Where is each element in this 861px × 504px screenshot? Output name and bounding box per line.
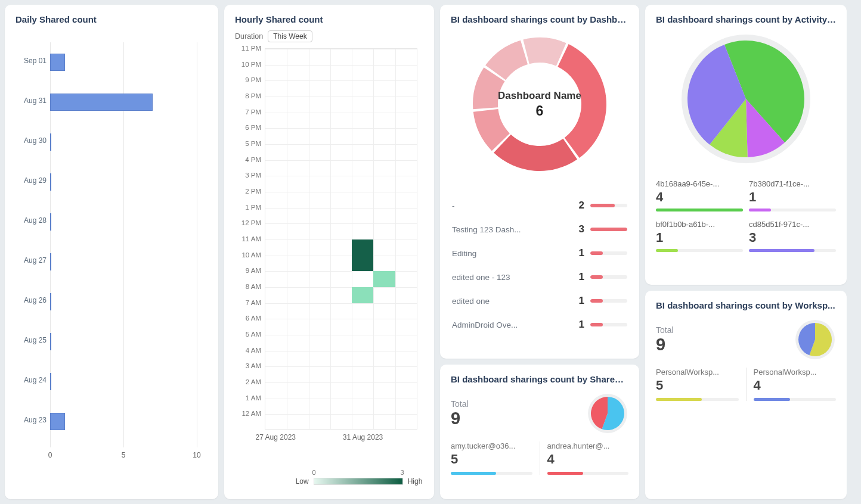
shared-by-pie[interactable] xyxy=(587,393,628,434)
legend-bar xyxy=(590,323,627,326)
bar-row xyxy=(50,402,197,441)
legend-value: 5 xyxy=(451,452,532,467)
y-tick: Aug 27 xyxy=(16,256,47,265)
heat-cell[interactable] xyxy=(373,271,395,287)
legend-bar xyxy=(547,472,629,475)
hourly-heatmap[interactable]: 11 PM10 PM9 PM8 PM7 PM6 PM5 PM4 PM3 PM2 … xyxy=(235,48,423,453)
hour-label: 7 PM xyxy=(235,108,261,116)
heat-cell[interactable] xyxy=(352,287,373,303)
bar[interactable] xyxy=(50,133,51,151)
x-tick: 27 Aug 2023 xyxy=(256,433,296,441)
legend-high: High xyxy=(408,477,423,486)
legend-value: 4 xyxy=(547,452,629,467)
bar[interactable] xyxy=(50,94,153,111)
y-tick: Sep 01 xyxy=(16,57,47,65)
legend-value: 1 xyxy=(656,230,743,245)
daily-bar-chart[interactable]: Sep 01Aug 31Aug 30Aug 29Aug 28Aug 27Aug … xyxy=(16,42,207,471)
hour-label: 1 PM xyxy=(235,204,261,211)
legend-item[interactable]: 7b380d71-f1ce-... 1 xyxy=(749,179,836,211)
workspace-pie[interactable] xyxy=(794,319,836,360)
duration-selector[interactable]: This Week xyxy=(268,30,312,42)
hour-label: 9 AM xyxy=(235,267,261,274)
legend-item[interactable]: PersonalWorksp... 5 xyxy=(656,368,746,401)
hour-label: 6 PM xyxy=(235,124,261,131)
legend-name: 7b380d71-f1ce-... xyxy=(749,179,836,188)
legend-row[interactable]: AdminDroid Ove... 1 xyxy=(451,313,628,337)
hour-label: 2 AM xyxy=(235,378,261,385)
bar[interactable] xyxy=(50,373,51,390)
legend-value: 1 xyxy=(749,189,836,205)
duration-label: Duration xyxy=(235,32,263,41)
legend-value: 4 xyxy=(754,378,837,393)
legend-low: Low xyxy=(296,477,309,486)
legend-item[interactable]: cd85d51f-971c-... 3 xyxy=(749,220,836,252)
legend-bar xyxy=(590,275,627,279)
legend-name: 4b168aa9-645e-... xyxy=(656,179,743,188)
bar-row xyxy=(50,162,197,202)
legend-row[interactable]: edited one 1 xyxy=(451,289,628,313)
y-tick: Aug 24 xyxy=(16,376,47,384)
legend-bar xyxy=(656,209,743,211)
bar-row xyxy=(50,202,197,242)
hour-label: 12 AM xyxy=(235,410,261,417)
heat-cell[interactable] xyxy=(352,239,373,271)
bar-row xyxy=(50,322,197,362)
legend-value: 1 xyxy=(571,319,584,331)
legend-item[interactable]: PersonalWorksp... 4 xyxy=(746,368,837,401)
bar[interactable] xyxy=(50,413,65,430)
legend-name: AdminDroid Ove... xyxy=(452,321,565,329)
legend-name: edited one xyxy=(452,297,565,306)
legend-item[interactable]: amy.tucker@o36... 5 xyxy=(451,441,540,475)
legend-item[interactable]: bf0f1b0b-a61b-... 1 xyxy=(656,220,743,252)
legend-value: 1 xyxy=(571,295,584,307)
legend-row[interactable]: Editing 1 xyxy=(451,241,628,265)
hour-label: 10 AM xyxy=(235,251,261,259)
legend-name: PersonalWorksp... xyxy=(754,368,837,377)
workspace-panel: BI dashboard sharings count by Worksp...… xyxy=(645,291,847,499)
legend-row[interactable]: Testing 123 Dash... 3 xyxy=(451,217,628,241)
legend-item[interactable]: 4b168aa9-645e-... 4 xyxy=(656,179,743,211)
panel-title: Hourly Shared count xyxy=(235,14,423,24)
bar[interactable] xyxy=(50,213,51,231)
bar[interactable] xyxy=(50,333,51,350)
hour-label: 11 PM xyxy=(235,45,261,52)
bar-row xyxy=(50,122,197,162)
shared-by-panel: BI dashboard sharings count by Shared By… xyxy=(440,365,639,499)
total-value: 9 xyxy=(451,409,469,428)
y-tick: Aug 26 xyxy=(16,296,47,304)
total-label: Total xyxy=(451,399,469,409)
legend-value: 4 xyxy=(656,189,743,205)
hour-label: 3 AM xyxy=(235,362,261,369)
dashboard-name-panel: BI dashboard sharings count by Dashbo...… xyxy=(440,5,639,359)
legend-value: 3 xyxy=(749,230,836,245)
legend-bar xyxy=(749,249,836,252)
legend-name: cd85d51f-971c-... xyxy=(749,220,836,229)
legend-row[interactable]: edited one - 123 1 xyxy=(451,265,628,289)
x-tick: 0 xyxy=(48,451,52,459)
donut-slice[interactable] xyxy=(494,135,577,171)
legend-item[interactable]: andrea.hunter@... 4 xyxy=(540,441,629,475)
hour-label: 6 AM xyxy=(235,315,261,322)
legend-name: bf0f1b0b-a61b-... xyxy=(656,220,743,229)
bar[interactable] xyxy=(50,293,51,310)
activity-pie-chart[interactable] xyxy=(677,30,814,167)
hour-label: 2 PM xyxy=(235,188,261,195)
bar[interactable] xyxy=(50,54,65,71)
legend-value: 3 xyxy=(571,223,584,235)
legend-name: Testing 123 Dash... xyxy=(452,225,565,234)
legend-value: 1 xyxy=(571,247,584,259)
legend-name: PersonalWorksp... xyxy=(656,368,739,377)
legend-value: 5 xyxy=(656,378,739,393)
bar[interactable] xyxy=(50,253,51,270)
panel-title: BI dashboard sharings count by Worksp... xyxy=(656,300,836,310)
legend-bar xyxy=(590,204,627,207)
donut-slice[interactable] xyxy=(523,38,566,66)
x-tick: 10 xyxy=(193,451,200,459)
hour-label: 7 AM xyxy=(235,299,261,306)
y-tick: Aug 25 xyxy=(16,336,47,344)
hour-label: 4 PM xyxy=(235,156,261,163)
bar[interactable] xyxy=(50,173,51,191)
legend-row[interactable]: - 2 xyxy=(451,194,628,217)
total-value: 9 xyxy=(656,335,674,354)
hour-label: 8 PM xyxy=(235,92,261,99)
